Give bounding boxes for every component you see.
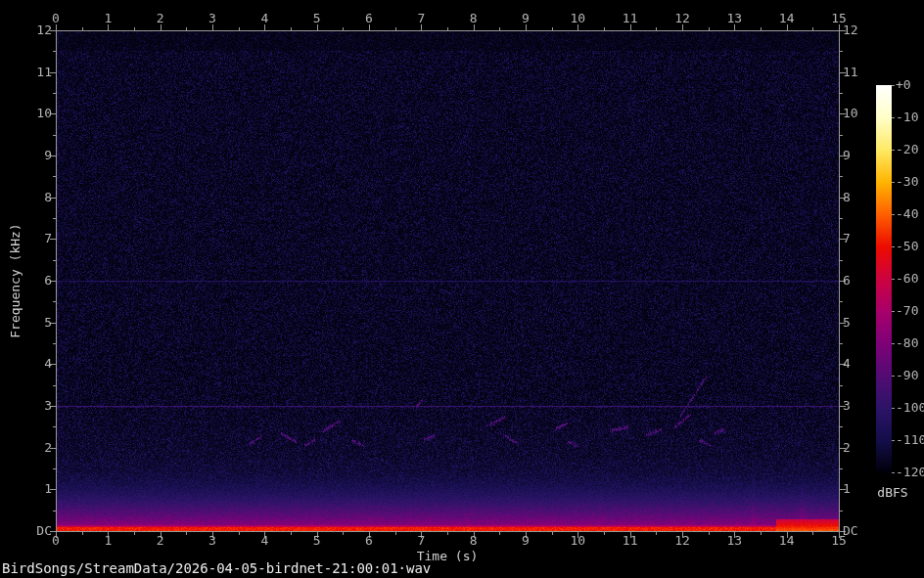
spectrogram-viewer: 0123456789101112131415 01234567891011121… xyxy=(0,0,924,578)
spectrogram-canvas[interactable] xyxy=(0,0,924,578)
